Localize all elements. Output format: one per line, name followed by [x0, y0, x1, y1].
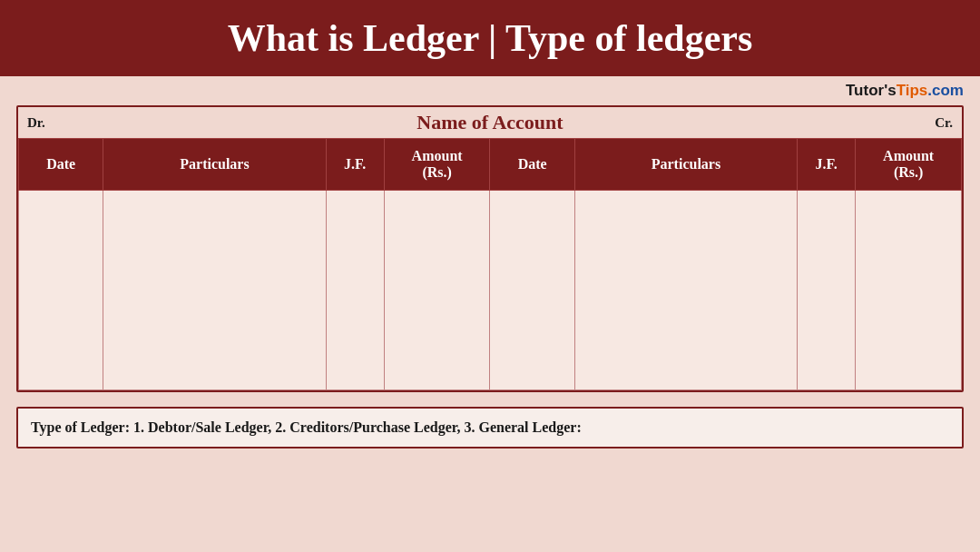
brand-com: .com [927, 82, 964, 99]
brand-text: Tutor'sTips.com [846, 82, 964, 100]
th-particulars-dr: Particulars [103, 139, 326, 191]
page-wrapper: What is Ledger | Type of ledgers Tutor's… [0, 0, 980, 552]
ledger-table: Date Particulars J.F. Amount(Rs.) Date P… [18, 138, 962, 390]
table-row [19, 191, 962, 390]
header-banner: What is Ledger | Type of ledgers [0, 0, 980, 76]
bottom-box: Type of Ledger: 1. Debtor/Sale Ledger, 2… [16, 407, 964, 448]
account-title-row: Dr. Name of Account Cr. [18, 107, 962, 138]
ledger-container: Dr. Name of Account Cr. Date Particulars… [16, 105, 964, 392]
td-particulars-cr [574, 191, 797, 390]
th-jf-cr: J.F. [798, 139, 856, 191]
td-amount-cr [856, 191, 962, 390]
account-name: Name of Account [45, 111, 935, 134]
page-title: What is Ledger | Type of ledgers [18, 16, 962, 60]
th-date-dr: Date [19, 139, 103, 191]
td-date-dr [19, 191, 103, 390]
th-amount-dr: Amount(Rs.) [384, 139, 490, 191]
th-particulars-cr: Particulars [574, 139, 797, 191]
td-jf-cr [798, 191, 856, 390]
th-amount-cr: Amount(Rs.) [856, 139, 962, 191]
td-date-cr [490, 191, 574, 390]
brand-s: s [887, 82, 896, 99]
dr-label: Dr. [27, 115, 45, 131]
th-date-cr: Date [490, 139, 574, 191]
brand-tutor: Tutor [846, 82, 884, 99]
td-jf-dr [326, 191, 384, 390]
bottom-text: Type of Ledger: 1. Debtor/Sale Ledger, 2… [31, 419, 582, 435]
brand-tips: Tips [897, 82, 928, 99]
table-header-row: Date Particulars J.F. Amount(Rs.) Date P… [19, 139, 962, 191]
td-amount-dr [384, 191, 490, 390]
th-jf-dr: J.F. [326, 139, 384, 191]
cr-label: Cr. [935, 115, 953, 131]
td-particulars-dr [103, 191, 326, 390]
branding-row: Tutor'sTips.com [0, 76, 980, 102]
